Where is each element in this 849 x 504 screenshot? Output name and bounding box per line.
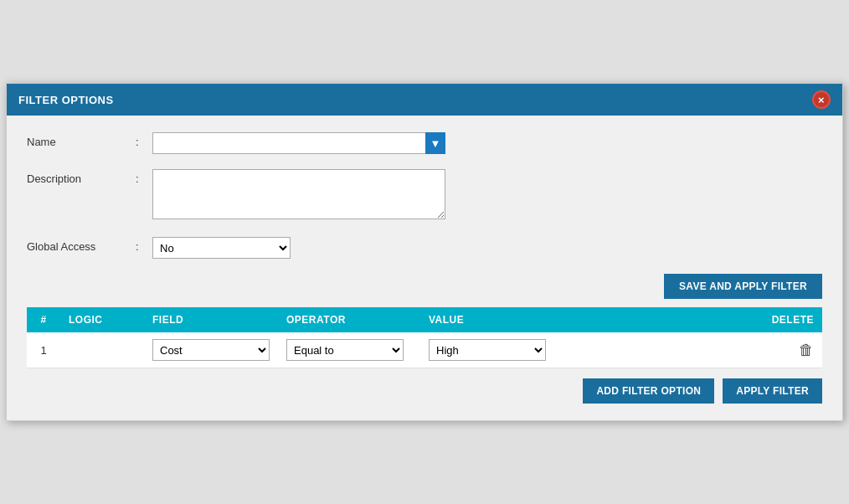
col-header-field: FIELD	[144, 307, 278, 332]
row-operator: Equal to Not equal to Greater than Less …	[278, 332, 420, 368]
save-and-apply-button[interactable]: SAVE AND APPLY FILTER	[664, 274, 822, 299]
close-button[interactable]: ×	[812, 90, 831, 109]
add-filter-option-button[interactable]: ADD FILTER OPTION	[583, 378, 714, 404]
description-textarea[interactable]	[152, 169, 445, 219]
field-select[interactable]: Cost Name Priority Status	[152, 339, 270, 361]
filter-table-header: # LOGIC FIELD OPERATOR VALUE DELETE	[27, 307, 822, 332]
col-header-value: VALUE	[420, 307, 571, 332]
description-field-wrapper	[152, 169, 822, 222]
filter-table: # LOGIC FIELD OPERATOR VALUE DELETE 1 Co…	[27, 307, 822, 368]
description-row: Description :	[27, 169, 822, 222]
action-btn-row: ADD FILTER OPTION APPLY FILTER	[27, 378, 822, 404]
filter-table-header-row: # LOGIC FIELD OPERATOR VALUE DELETE	[27, 307, 822, 332]
col-header-delete: DELETE	[571, 307, 822, 332]
description-colon: :	[136, 169, 152, 185]
global-access-field-wrapper: No Yes	[152, 237, 822, 259]
name-input-wrapper: ▼	[152, 132, 445, 154]
name-dropdown-button[interactable]: ▼	[425, 132, 445, 154]
name-field-wrapper: ▼	[152, 132, 822, 154]
filter-options-dialog: FILTER OPTIONS × Name : ▼ Description :	[6, 83, 843, 421]
row-logic	[60, 332, 144, 368]
col-header-logic: LOGIC	[60, 307, 144, 332]
operator-select[interactable]: Equal to Not equal to Greater than Less …	[286, 339, 404, 361]
filter-table-body: 1 Cost Name Priority Status Equal to	[27, 332, 822, 368]
row-delete-cell: 🗑	[571, 332, 822, 368]
chevron-down-icon: ▼	[430, 137, 441, 150]
value-select[interactable]: High Medium Low	[429, 339, 546, 361]
apply-filter-button[interactable]: APPLY FILTER	[723, 378, 822, 404]
table-row: 1 Cost Name Priority Status Equal to	[27, 332, 822, 368]
global-access-select[interactable]: No Yes	[152, 237, 291, 259]
col-header-number: #	[27, 307, 60, 332]
dialog-header: FILTER OPTIONS ×	[7, 84, 842, 116]
name-colon: :	[136, 132, 152, 148]
save-btn-row: SAVE AND APPLY FILTER	[27, 274, 822, 299]
dialog-body: Name : ▼ Description : Global Access :	[7, 116, 842, 420]
global-access-row: Global Access : No Yes	[27, 237, 822, 259]
row-value: High Medium Low	[420, 332, 571, 368]
name-label: Name	[27, 132, 136, 148]
description-label: Description	[27, 169, 136, 185]
trash-icon: 🗑	[799, 342, 814, 359]
close-icon: ×	[818, 94, 825, 106]
dialog-title: FILTER OPTIONS	[18, 94, 114, 106]
col-header-operator: OPERATOR	[278, 307, 420, 332]
global-access-colon: :	[136, 237, 152, 253]
name-input[interactable]	[152, 132, 445, 154]
global-access-label: Global Access	[27, 237, 136, 253]
delete-row-button[interactable]: 🗑	[579, 342, 814, 359]
name-row: Name : ▼	[27, 132, 822, 154]
row-field: Cost Name Priority Status	[144, 332, 278, 368]
row-number: 1	[27, 332, 60, 368]
